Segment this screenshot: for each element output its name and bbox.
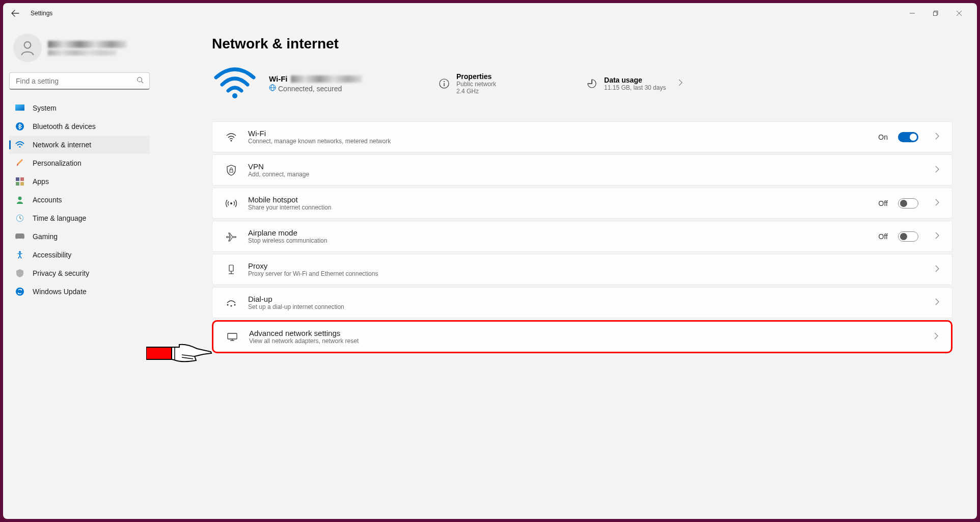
sidebar-item-privacy[interactable]: Privacy & security (9, 264, 150, 282)
svg-point-34 (234, 304, 236, 305)
setting-vpn[interactable]: VPN Add, connect, manage (212, 154, 952, 186)
setting-airplane[interactable]: Airplane mode Stop wireless communicatio… (212, 221, 952, 252)
accessibility-icon (15, 250, 24, 259)
svg-rect-7 (15, 105, 24, 111)
sidebar-item-label: Apps (33, 177, 49, 186)
chevron-right-icon (935, 199, 940, 208)
setting-title: Airplane mode (248, 228, 868, 237)
minimize-button[interactable] (901, 5, 924, 21)
sidebar-item-apps[interactable]: Apps (9, 172, 150, 191)
wifi-toggle[interactable] (898, 132, 918, 142)
sidebar-item-update[interactable]: Windows Update (9, 282, 150, 301)
svg-rect-35 (228, 333, 237, 339)
properties-line2: 2.4 GHz (456, 88, 496, 95)
setting-advanced[interactable]: Advanced network settings View all netwo… (212, 320, 952, 353)
svg-point-19 (232, 93, 237, 98)
globe-icon (269, 84, 276, 93)
back-button[interactable] (9, 7, 21, 19)
setting-desc: Share your internet connection (248, 204, 868, 211)
data-usage-value: 11.15 GB, last 30 days (604, 84, 666, 91)
setting-wifi[interactable]: Wi-Fi Connect, manage known networks, me… (212, 121, 952, 152)
titlebar: Settings (3, 3, 977, 23)
sidebar-item-time[interactable]: Time & language (9, 209, 150, 227)
connection-status: Connected, secured (278, 85, 342, 93)
sidebar-item-system[interactable]: System (9, 99, 150, 117)
avatar (13, 34, 42, 62)
shield-icon (15, 269, 24, 278)
profile-section[interactable] (9, 28, 150, 72)
sidebar-item-network[interactable]: Network & internet (9, 136, 150, 154)
sidebar-item-accessibility[interactable]: Accessibility (9, 246, 150, 264)
svg-rect-11 (20, 177, 24, 181)
close-button[interactable] (947, 5, 971, 21)
svg-point-3 (24, 42, 31, 48)
system-icon (15, 103, 24, 113)
back-arrow-icon (11, 9, 19, 17)
chevron-right-icon (935, 232, 940, 241)
brush-icon (15, 159, 24, 168)
search-input[interactable] (9, 72, 150, 90)
toggle-label: On (878, 133, 888, 141)
sidebar-item-label: Accounts (33, 196, 62, 204)
svg-point-14 (18, 197, 22, 200)
hotspot-toggle[interactable] (898, 198, 918, 208)
setting-proxy[interactable]: Proxy Proxy server for Wi-Fi and Etherne… (212, 254, 952, 285)
setting-title: Mobile hotspot (248, 195, 868, 204)
network-status: Wi-Fi Connected, secured Properties Publ… (212, 66, 952, 101)
wifi-large-icon (212, 66, 258, 101)
svg-point-17 (19, 251, 21, 253)
setting-desc: View all network adapters, network reset (249, 337, 917, 345)
monitor-icon (226, 332, 239, 342)
chart-icon (586, 77, 598, 90)
sidebar-item-label: Bluetooth & devices (33, 122, 96, 130)
setting-title: Dial-up (248, 295, 918, 303)
maximize-button[interactable] (924, 5, 947, 21)
chevron-right-icon (678, 79, 683, 88)
ssid-redacted (291, 75, 362, 83)
person-icon (19, 39, 36, 57)
airplane-icon (225, 231, 238, 242)
airplane-toggle[interactable] (898, 231, 918, 242)
search-icon (137, 76, 144, 86)
svg-rect-12 (16, 182, 19, 186)
chevron-right-icon (934, 332, 939, 342)
nav-list: System Bluetooth & devices Network & int… (9, 99, 150, 301)
svg-point-28 (230, 202, 232, 204)
setting-desc: Add, connect, manage (248, 171, 918, 178)
sidebar-item-label: Time & language (33, 214, 86, 222)
svg-rect-27 (230, 170, 233, 172)
sidebar-item-label: System (33, 104, 57, 112)
profile-name-redacted (48, 41, 127, 48)
svg-point-9 (19, 146, 21, 148)
setting-title: VPN (248, 162, 918, 171)
hotspot-icon (225, 198, 238, 208)
page-title: Network & internet (212, 36, 952, 52)
chevron-right-icon (935, 265, 940, 274)
svg-rect-38 (146, 347, 172, 359)
setting-dialup[interactable]: Dial-up Set up a dial-up internet connec… (212, 287, 952, 318)
sidebar-item-personalization[interactable]: Personalization (9, 154, 150, 172)
sidebar-item-label: Privacy & security (33, 269, 89, 277)
properties-card[interactable]: Properties Public network 2.4 GHz (438, 72, 503, 95)
svg-point-24 (444, 81, 445, 82)
update-icon (15, 287, 24, 296)
svg-point-26 (231, 140, 232, 141)
data-usage-card[interactable]: Data usage 11.15 GB, last 30 days (586, 76, 690, 91)
data-usage-title: Data usage (604, 76, 666, 84)
setting-title: Wi-Fi (248, 129, 868, 138)
pointing-hand-annotation (146, 341, 212, 368)
setting-desc: Connect, manage known networks, metered … (248, 138, 868, 145)
chevron-right-icon (935, 133, 940, 142)
setting-title: Advanced network settings (249, 329, 917, 337)
svg-line-5 (142, 82, 144, 84)
sidebar-item-label: Network & internet (33, 141, 91, 149)
chevron-right-icon (935, 166, 940, 175)
shield-lock-icon (225, 165, 238, 176)
sidebar-item-accounts[interactable]: Accounts (9, 191, 150, 209)
setting-hotspot[interactable]: Mobile hotspot Share your internet conne… (212, 188, 952, 219)
sidebar-item-label: Accessibility (33, 251, 71, 259)
wifi-icon (15, 140, 24, 149)
sidebar-item-gaming[interactable]: Gaming (9, 227, 150, 246)
sidebar-item-bluetooth[interactable]: Bluetooth & devices (9, 117, 150, 136)
sidebar-item-label: Windows Update (33, 288, 87, 296)
